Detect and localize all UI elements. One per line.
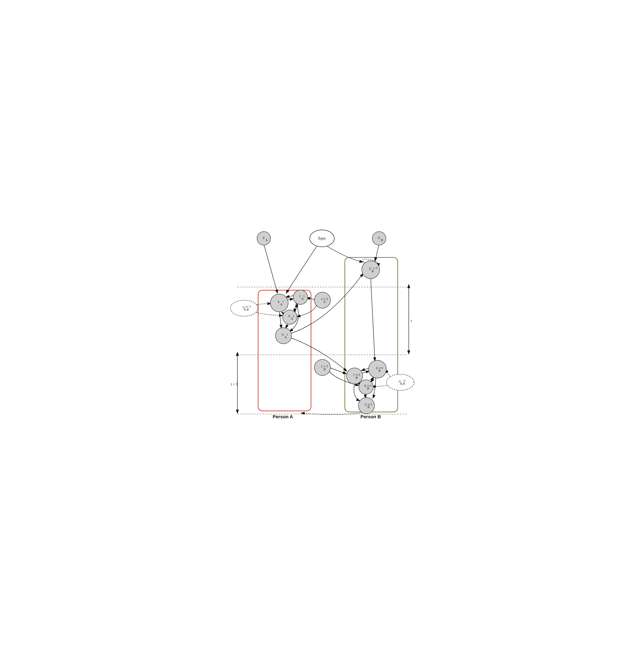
node-topic: Topic: [310, 230, 334, 247]
arrow-pb-ub: [375, 244, 379, 261]
sa-t-sub: A: [280, 303, 283, 306]
uab-lt1-sub: A,B: [244, 308, 249, 311]
node-ia-t: I A t: [293, 290, 308, 305]
diagram-container: Topic P A P B U B t−1 U A,B <t−1 S A t I…: [227, 228, 417, 420]
ia-t2-label: I: [321, 298, 323, 301]
ib-t1-sup: t−1: [324, 365, 328, 368]
ua-t-label: U: [282, 333, 284, 336]
time-t-label: t: [411, 319, 412, 323]
ea-t-label: E: [288, 314, 290, 318]
sb-t1n-label: S: [376, 367, 377, 370]
time-t1-label: t + 1: [231, 382, 238, 386]
node-pb: P B: [372, 231, 386, 245]
pb-label: P: [378, 236, 380, 239]
arrow-pa-sa: [264, 244, 278, 293]
node-pa: P A: [257, 231, 271, 245]
topic-label: Topic: [318, 236, 326, 240]
node-ib-t1: I B t−1: [314, 360, 331, 376]
svg-point-12: [314, 292, 331, 308]
arrow-ib-t1n-sb-t1n: [361, 371, 369, 373]
uab-lt1-sup: <t−1: [245, 305, 251, 308]
svg-point-13: [314, 360, 331, 376]
pa-label: P: [263, 236, 265, 239]
arrow-ea-sa: [281, 312, 284, 314]
pa-sub: A: [266, 238, 268, 242]
arrow-topic-sa: [286, 247, 317, 293]
svg-point-14: [347, 368, 363, 384]
person-a-label: Person A: [273, 414, 293, 419]
ib-t1-sub: B: [324, 368, 326, 371]
sa-t-label: S: [278, 300, 280, 304]
uab-lt-sub: A,B: [400, 382, 405, 385]
ub-t1-sup: t−1: [373, 266, 377, 270]
node-uab-lt1: U A,B <t−1: [230, 300, 258, 316]
eb-t1n-label: E: [364, 384, 366, 388]
arrow-ia-sa: [286, 295, 294, 297]
arrow-sa-ua: [279, 310, 281, 329]
eb-t1n-sup: t+1: [367, 384, 372, 387]
ub-t1n-label: U: [365, 403, 367, 406]
node-ua-t: U A t: [276, 328, 292, 344]
sb-t1n-sup: t+1: [379, 366, 383, 370]
uab-lt-sup: <t: [403, 379, 406, 382]
node-ib-t1n: I B t+1: [347, 368, 363, 384]
arrow-ub-t1-sb-t1n: [371, 277, 375, 361]
arrow-sb-t1n-ib-t1n: [361, 368, 369, 371]
ib-t1n-sup: t+1: [356, 373, 360, 376]
ia-t2-sup: t−2: [324, 297, 328, 301]
node-ia-t2: I A t−2: [314, 292, 331, 308]
ib-t1n-sub: B: [356, 376, 358, 379]
ia-t2-sub: A: [324, 300, 326, 304]
arrow-ia-t2-ea: [297, 304, 317, 317]
node-sb-t1n: S B t+1: [368, 360, 386, 378]
node-eb-t1n: E B t+1: [359, 380, 373, 394]
node-uab-lt: U A,B <t: [387, 374, 414, 390]
node-ea-t: E A t: [283, 310, 297, 324]
ub-t1n-sup: t+1: [368, 402, 372, 406]
ub-t1-sub: B: [372, 269, 374, 273]
node-ub-t1: U B t−1: [362, 261, 379, 279]
node-sa-t: S A t: [271, 294, 288, 312]
ia-t-label: I: [300, 294, 301, 298]
diagram-svg: Topic P A P B U B t−1 U A,B <t−1 S A t I…: [227, 228, 417, 420]
ib-t1-label: I: [321, 365, 323, 368]
ib-t1n-label: I: [354, 373, 355, 377]
arrow-ib-t1-ib-t1n: [329, 368, 347, 374]
ub-t1-label: U: [369, 267, 371, 270]
node-ub-t1n: U B t+1: [358, 397, 374, 414]
pb-sub: B: [381, 238, 383, 242]
person-b-label: Person B: [360, 414, 381, 419]
